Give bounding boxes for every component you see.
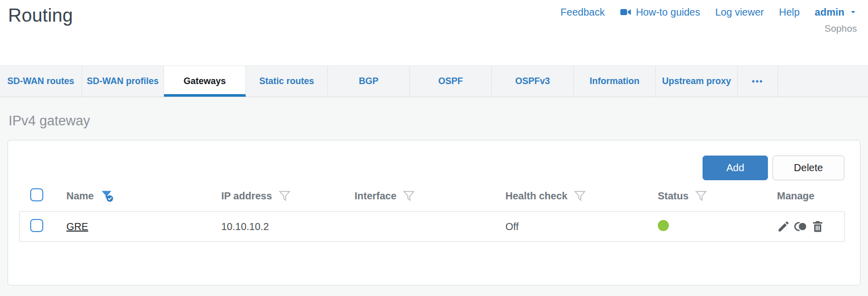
clone-icon[interactable] [794, 220, 808, 233]
howto-guides-label: How-to guides [636, 7, 700, 18]
header-links: Feedback How-to guides Log viewer Help a… [561, 6, 857, 18]
table-row: GRE 10.10.10.2 Off [19, 211, 845, 242]
filter-icon[interactable] [695, 189, 708, 202]
column-header-ip-address: IP address [221, 190, 272, 202]
help-link[interactable]: Help [779, 7, 800, 18]
delete-trash-icon[interactable] [811, 220, 824, 233]
feedback-link[interactable]: Feedback [561, 7, 605, 18]
tab-bar: SD-WAN routes SD-WAN profiles Gateways S… [0, 65, 868, 97]
howto-guides-link[interactable]: How-to guides [620, 6, 700, 18]
column-header-name: Name [66, 190, 94, 202]
table-header: Name IP address Interface [19, 180, 845, 211]
tab-bgp[interactable]: BGP [328, 66, 410, 97]
filter-icon[interactable] [278, 189, 291, 202]
tab-static-routes[interactable]: Static routes [246, 66, 328, 97]
filter-icon[interactable] [573, 189, 586, 202]
select-all-checkbox[interactable] [30, 188, 43, 201]
delete-button[interactable]: Delete [772, 156, 844, 180]
edit-pencil-icon[interactable] [777, 220, 790, 233]
tab-sd-wan-profiles[interactable]: SD-WAN profiles [82, 66, 164, 97]
column-header-manage: Manage [777, 190, 814, 202]
manage-cell [777, 220, 844, 233]
toolbar: Add Delete [19, 156, 845, 180]
log-viewer-link[interactable]: Log viewer [715, 7, 764, 18]
tab-information[interactable]: Information [574, 66, 656, 97]
chevron-down-icon [849, 9, 857, 15]
filter-active-icon[interactable] [100, 188, 115, 203]
brand-label: Sophos [561, 23, 857, 34]
ipv4-gateway-panel: Add Delete Name IP address [8, 140, 860, 285]
tab-gateways[interactable]: Gateways [164, 66, 246, 97]
content-area: IPv4 gateway Add Delete Name IP addre [0, 97, 868, 296]
row-checkbox[interactable] [30, 219, 43, 232]
video-camera-icon [620, 6, 632, 18]
column-header-health-check: Health check [505, 190, 567, 202]
status-indicator-green [658, 220, 669, 231]
filter-icon[interactable] [402, 189, 415, 202]
tab-ospf[interactable]: OSPF [410, 66, 492, 97]
user-menu[interactable]: admin [815, 7, 857, 18]
column-header-interface: Interface [355, 190, 396, 202]
gateway-name-link[interactable]: GRE [66, 221, 221, 233]
tab-upstream-proxy[interactable]: Upstream proxy [656, 66, 738, 97]
tab-sd-wan-routes[interactable]: SD-WAN routes [0, 66, 82, 97]
section-title: IPv4 gateway [9, 113, 860, 129]
gateway-health-check: Off [505, 221, 658, 233]
tab-ospfv3[interactable]: OSPFv3 [492, 66, 574, 97]
page-title: Routing [8, 5, 73, 65]
user-name: admin [815, 7, 844, 18]
top-header: Routing Feedback How-to guides Log viewe… [0, 0, 868, 65]
add-button[interactable]: Add [703, 156, 768, 180]
gateway-ip-address: 10.10.10.2 [221, 221, 355, 233]
tab-more-menu[interactable]: ••• [738, 66, 778, 97]
column-header-status: Status [658, 190, 688, 202]
